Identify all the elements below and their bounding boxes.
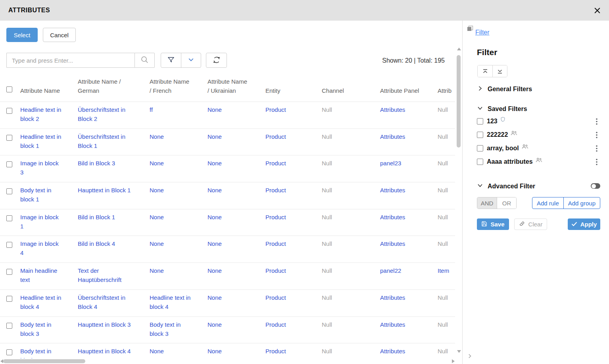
cell-link[interactable]: Main headline text [20, 266, 62, 284]
cell-link[interactable]: None [207, 320, 222, 329]
add-rule-button[interactable]: Add rule [532, 197, 563, 209]
column-header[interactable]: Attribute Name / German [78, 75, 150, 102]
sidebar-collapse-chevron[interactable] [467, 353, 473, 360]
column-header[interactable]: Attribute Name / Ukrainian [207, 75, 265, 102]
cell-link[interactable]: Haupttext in Block 3 [78, 320, 131, 329]
cell-link[interactable]: Product [265, 213, 286, 222]
cell-link[interactable]: None [150, 186, 164, 195]
filter-dropdown-button[interactable] [181, 53, 201, 67]
cell-link[interactable]: Headline text in block 2 [20, 105, 62, 123]
scroll-down-arrow[interactable] [457, 350, 461, 353]
saved-filter-checkbox[interactable] [477, 132, 483, 138]
cell-link[interactable]: None [207, 186, 222, 195]
row-checkbox[interactable] [6, 323, 12, 329]
row-checkbox[interactable] [6, 135, 12, 141]
cell-link[interactable]: Headline text in block 4 [20, 293, 62, 311]
horizontal-scroll-thumb[interactable] [3, 359, 85, 363]
cell-link[interactable]: None [150, 239, 164, 248]
cell-link[interactable]: Product [265, 159, 286, 168]
cell-link[interactable]: Attributes [380, 293, 405, 302]
advanced-filter-section[interactable]: Advanced Filter [477, 182, 609, 190]
row-checkbox[interactable] [6, 108, 12, 114]
cell-link[interactable]: Body text in block 3 [20, 320, 62, 338]
cell-link[interactable]: Bild in Block 4 [78, 239, 115, 248]
scroll-right-arrow[interactable] [452, 359, 455, 363]
cell-link[interactable]: Product [265, 266, 286, 275]
row-checkbox[interactable] [6, 242, 12, 248]
kebab-menu-icon[interactable] [596, 145, 597, 153]
saved-filter-checkbox[interactable] [477, 145, 483, 151]
cell-link[interactable]: Body text in block 1 [20, 186, 62, 204]
cell-link[interactable]: None [150, 132, 164, 141]
vertical-scroll-thumb[interactable] [457, 55, 461, 148]
cell-link[interactable]: Attributes [380, 239, 405, 248]
select-button[interactable]: Select [6, 28, 38, 42]
saved-filter-checkbox[interactable] [477, 159, 483, 165]
kebab-menu-icon[interactable] [596, 159, 597, 167]
row-checkbox[interactable] [6, 296, 12, 302]
row-checkbox[interactable] [6, 188, 12, 194]
cell-link[interactable]: Item [438, 266, 449, 275]
cell-link[interactable]: None [207, 293, 222, 302]
cell-link[interactable]: None [150, 213, 164, 222]
cell-link[interactable]: Image in block 3 [20, 159, 62, 177]
apply-filter-button[interactable]: Apply [568, 218, 600, 230]
cell-link[interactable]: Product [265, 132, 286, 141]
cell-link[interactable]: Bild in Block 1 [78, 213, 115, 222]
expand-all-button[interactable] [492, 65, 507, 77]
cell-link[interactable]: Product [265, 320, 286, 329]
cell-link[interactable]: None [150, 266, 164, 275]
cell-link[interactable]: Attributes [380, 347, 405, 356]
search-input[interactable] [6, 53, 134, 68]
kebab-menu-icon[interactable] [596, 132, 597, 140]
cell-link[interactable]: Haupttext in Block 4 [78, 347, 131, 356]
cell-link[interactable]: None [207, 239, 222, 248]
cell-link[interactable]: panel22 [380, 266, 401, 275]
filter-button[interactable] [161, 53, 181, 67]
cell-link[interactable]: Attributes [380, 186, 405, 195]
cell-link[interactable]: Image in block 1 [20, 213, 62, 231]
column-header[interactable]: Attrib [438, 75, 455, 102]
vertical-scrollbar[interactable] [456, 48, 462, 353]
saved-filter-checkbox[interactable] [477, 118, 483, 125]
cell-link[interactable]: None [150, 159, 164, 168]
cell-link[interactable]: Attributes [380, 132, 405, 141]
column-header[interactable]: Channel [322, 75, 380, 102]
cell-link[interactable]: None [150, 347, 164, 356]
cell-link[interactable]: Überschriftstext in Block 4 [78, 293, 137, 311]
cell-link[interactable]: Text der Hauptüberschrift [78, 266, 137, 284]
column-header[interactable]: Attribute Name / French [150, 75, 207, 102]
cell-link[interactable]: Product [265, 186, 286, 195]
and-button[interactable]: AND [477, 197, 497, 209]
column-header[interactable]: Entity [265, 75, 322, 102]
select-all-checkbox[interactable] [6, 86, 12, 92]
column-header[interactable]: Attribute Panel [380, 75, 438, 102]
advanced-filter-toggle[interactable] [591, 183, 600, 189]
cell-link[interactable]: Image in block 4 [20, 239, 62, 257]
kebab-menu-icon[interactable] [596, 118, 597, 126]
cell-link[interactable]: None [207, 132, 222, 141]
horizontal-scrollbar[interactable] [0, 358, 455, 364]
cell-link[interactable]: panel23 [380, 159, 401, 168]
save-filter-button[interactable]: Save [477, 218, 509, 230]
add-group-button[interactable]: Add group [563, 197, 600, 209]
cell-link[interactable]: Überschriftstext in Block 1 [78, 132, 137, 150]
cell-link[interactable]: Überschriftstext in Block 2 [78, 105, 137, 123]
cancel-button[interactable]: Cancel [43, 28, 76, 42]
cell-link[interactable]: None [207, 105, 222, 114]
filter-panel-link[interactable]: Filter [475, 29, 490, 36]
cell-link[interactable]: None [207, 159, 222, 168]
cell-link[interactable]: Body text in block 4 [20, 347, 62, 358]
clear-filter-button[interactable]: Clear [514, 218, 547, 230]
cell-link[interactable]: None [207, 213, 222, 222]
cell-link[interactable]: None [207, 347, 222, 356]
saved-filters-section[interactable]: Saved Filters [477, 105, 609, 113]
cell-link[interactable]: Headline text in block 1 [20, 132, 62, 150]
cell-link[interactable]: ff [150, 105, 153, 114]
or-button[interactable]: OR [497, 197, 516, 209]
column-header[interactable]: Attribute Name [20, 75, 78, 102]
refresh-button[interactable] [206, 53, 227, 68]
cell-link[interactable]: Haupttext in Block 1 [78, 186, 131, 195]
cell-link[interactable]: Product [265, 293, 286, 302]
row-checkbox[interactable] [6, 349, 12, 355]
